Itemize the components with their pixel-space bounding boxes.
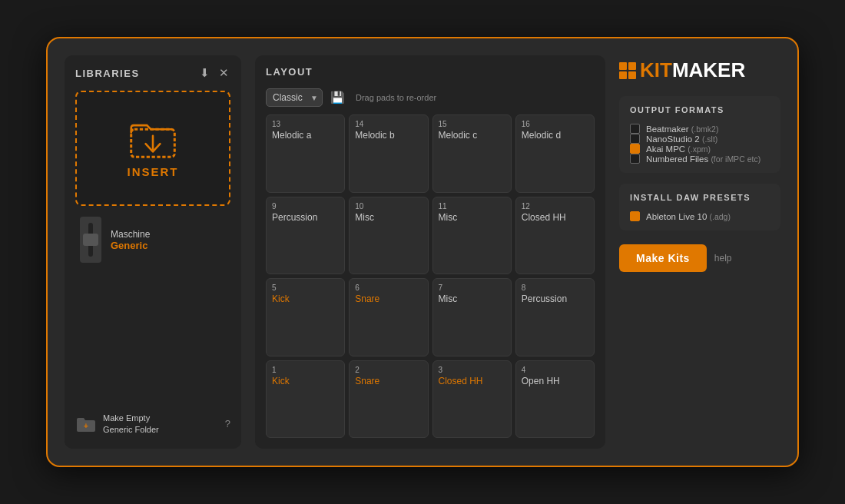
format-row-2[interactable]: Akai MPC (.xpm) [630,144,770,154]
layout-select[interactable]: Classic Custom [266,88,323,107]
pad-16[interactable]: 16Melodic d [515,114,595,193]
pad-number-2: 2 [355,366,422,374]
pad-4[interactable]: 4Open HH [515,360,595,439]
output-formats-box: OUTPUT FORMATS Beatmaker (.bmk2)NanoStud… [619,96,780,173]
pad-2[interactable]: 2Snare [349,360,428,439]
pad-11[interactable]: 11Misc [432,197,512,275]
logo-cell-1 [619,62,627,70]
make-kits-button[interactable]: Make Kits [619,244,707,272]
format-checkbox-1[interactable] [630,134,640,144]
kit-logo-grid-icon [619,62,636,79]
layout-title: LAYOUT [266,66,595,78]
insert-area[interactable]: INSERT [75,91,230,206]
pad-label-15: Melodic c [439,130,505,142]
pad-label-16: Melodic d [522,130,588,142]
kit-text: KIT [640,58,672,81]
libraries-header: LIBRARIES ⬇ ✕ [75,66,230,80]
format-checkbox-2[interactable] [630,144,640,154]
insert-folder-icon [130,119,176,161]
libraries-panel: LIBRARIES ⬇ ✕ INSERT [65,55,241,449]
pad-13[interactable]: 13Melodic a [266,114,345,193]
pad-number-4: 4 [522,366,588,374]
device-selector: Maschine Generic [75,217,230,263]
pad-14[interactable]: 14Melodic b [349,114,428,193]
daw-row-0[interactable]: Ableton Live 10 (.adg) [630,211,770,221]
daw-checkbox-0[interactable] [630,211,640,221]
pad-number-14: 14 [355,120,422,128]
pad-number-1: 1 [272,366,339,374]
pad-number-11: 11 [439,202,505,211]
kit-maker-logo: KITMAKER [619,58,780,82]
pad-label-1: Kick [272,376,339,388]
pad-number-16: 16 [522,120,588,128]
pad-label-11: Misc [439,212,505,224]
kit-maker-text: KITMAKER [640,58,745,82]
format-label-3: Numbered Files (for iMPC etc) [646,154,760,164]
format-row-1[interactable]: NanoStudio 2 (.slt) [630,134,770,144]
help-link[interactable]: help [714,253,732,264]
pad-number-8: 8 [522,284,588,292]
pad-label-5: Kick [272,293,339,306]
format-label-2: Akai MPC (.xpm) [646,144,711,154]
save-icon[interactable]: 💾 [330,91,345,104]
pad-5[interactable]: 5Kick [266,278,345,356]
format-checkbox-0[interactable] [630,124,640,134]
layout-controls: Classic Custom ▼ 💾 Drag pads to re-order [266,88,595,107]
make-folder-area[interactable]: + Make Empty Generic Folder ? [75,410,230,438]
make-folder-text: Make Empty Generic Folder [103,413,159,435]
pad-1[interactable]: 1Kick [266,360,345,439]
logo-cell-4 [628,71,636,79]
pad-8[interactable]: 8Percussion [515,278,595,356]
pad-15[interactable]: 15Melodic c [432,114,512,193]
pad-number-9: 9 [272,202,339,211]
download-icon[interactable]: ⬇ [198,66,211,80]
pad-9[interactable]: 9Percussion [266,197,345,275]
device-name: Maschine [111,229,150,240]
pad-12[interactable]: 12Closed HH [515,197,595,275]
logo-cell-2 [628,62,636,70]
format-row-0[interactable]: Beatmaker (.bmk2) [630,124,770,134]
libraries-actions: ⬇ ✕ [198,66,230,80]
right-panel: KITMAKER OUTPUT FORMATS Beatmaker (.bmk2… [619,55,780,449]
logo-cell-3 [619,71,627,79]
device-slider[interactable] [80,217,101,263]
insert-label: INSERT [127,165,178,178]
pad-6[interactable]: 6Snare [349,278,428,356]
pad-label-8: Percussion [522,293,588,306]
output-formats-title: OUTPUT FORMATS [630,105,770,114]
pad-label-14: Melodic b [355,130,422,142]
format-checkbox-3[interactable] [630,154,640,164]
pad-number-12: 12 [522,202,588,211]
install-daw-box: INSTALL DAW PRESETS Ableton Live 10 (.ad… [619,184,780,230]
make-kits-row: Make Kits help [619,244,780,272]
slider-thumb [83,234,98,246]
layout-select-wrap[interactable]: Classic Custom ▼ [266,88,323,107]
pad-10[interactable]: 10Misc [349,197,428,275]
pad-label-10: Misc [355,212,422,224]
install-daw-title: INSTALL DAW PRESETS [630,193,770,202]
pad-label-13: Melodic a [272,130,339,142]
pad-3[interactable]: 3Closed HH [432,360,512,439]
pad-number-15: 15 [439,120,505,128]
format-row-3[interactable]: Numbered Files (for iMPC etc) [630,154,770,164]
daw-label-0: Ableton Live 10 (.adg) [646,212,731,221]
libraries-title: LIBRARIES [75,68,140,79]
help-question-icon[interactable]: ? [225,418,230,429]
drag-hint: Drag pads to re-order [356,93,436,102]
maker-text: MAKER [672,58,745,81]
pad-number-3: 3 [439,366,505,374]
format-label-0: Beatmaker (.bmk2) [646,124,718,134]
pads-grid: 13Melodic a14Melodic b15Melodic c16Melod… [266,114,595,438]
pad-number-13: 13 [272,120,339,128]
layout-panel: LAYOUT Classic Custom ▼ 💾 Drag pads to r… [255,55,605,449]
pad-number-6: 6 [355,284,422,292]
make-folder-icon: + [76,416,96,433]
pad-label-7: Misc [439,293,505,306]
svg-text:+: + [84,422,88,430]
close-icon[interactable]: ✕ [217,66,230,80]
device-type: Generic [111,240,150,251]
pad-label-6: Snare [355,293,422,306]
pad-label-2: Snare [355,376,422,388]
pad-7[interactable]: 7Misc [432,278,512,356]
pad-number-5: 5 [272,284,339,292]
